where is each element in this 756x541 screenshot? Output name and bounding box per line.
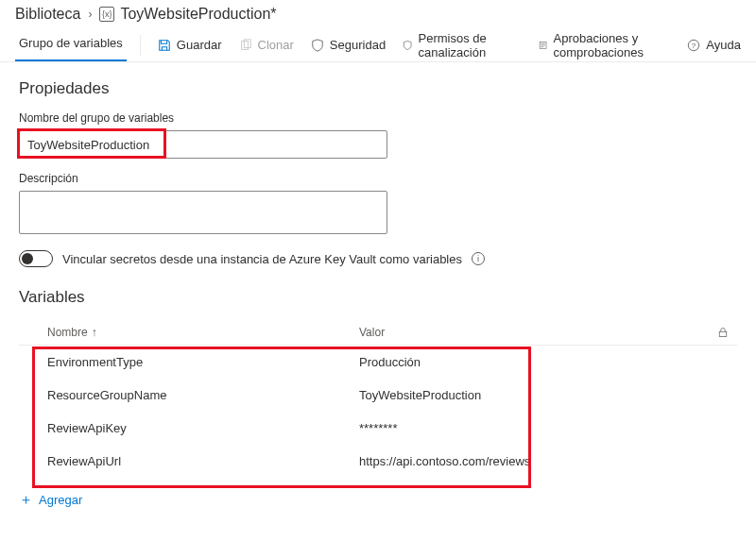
properties-heading: Propiedades [19,79,737,98]
col-header-name[interactable]: Nombre ↑ [47,326,359,339]
tabs-toolbar: Grupo de variables Guardar Clonar Seguri… [0,25,756,62]
add-variable-label: Agregar [39,493,82,507]
kv-toggle[interactable] [19,250,53,267]
approvals-button[interactable]: Aprobaciones y comprobaciones [539,31,670,59]
variables-heading: Variables [19,288,737,307]
chevron-right-icon: › [88,8,92,21]
toolbar: Guardar Clonar Seguridad Permisos de can… [154,31,741,59]
help-button[interactable]: ? Ayuda [687,31,741,59]
clone-button: Clonar [239,38,294,52]
save-label: Guardar [177,38,222,52]
help-icon: ? [687,39,700,52]
security-label: Seguridad [330,38,386,52]
shield-icon [311,39,324,52]
breadcrumb-root[interactable]: Biblioteca [15,6,80,23]
add-variable-button[interactable]: ＋ Agregar [0,478,756,522]
var-name: ReviewApiKey [47,421,359,435]
var-value: ToyWebsiteProduction [359,388,709,402]
kv-toggle-row: Vincular secretos desde una instancia de… [19,250,737,267]
var-name: ReviewApiUrl [47,454,359,468]
sort-asc-icon: ↑ [92,326,97,339]
plus-icon: ＋ [19,491,33,509]
save-icon [158,39,171,52]
breadcrumb: Biblioteca › {x} ToyWebsiteProduction* [0,0,756,25]
variables-section: Variables [0,267,756,307]
table-header: Nombre ↑ Valor [19,320,737,346]
description-label: Descripción [19,172,737,185]
col-header-name-text: Nombre [47,326,88,339]
properties-section: Propiedades Nombre del grupo de variable… [0,62,756,267]
pipeline-permissions-button[interactable]: Permisos de canalización [403,31,522,59]
kv-toggle-label: Vincular secretos desde una instancia de… [62,252,462,266]
description-input[interactable] [19,191,387,234]
col-header-value[interactable]: Valor [359,326,709,339]
var-value: https://api.contoso.com/reviews [359,454,709,468]
divider [140,35,141,56]
info-icon[interactable]: i [472,252,485,265]
save-button[interactable]: Guardar [158,38,222,52]
var-value: Producción [359,355,709,369]
svg-rect-5 [719,331,727,336]
name-label: Nombre del grupo de variables [19,111,737,125]
variable-group-icon: {x} [99,7,114,22]
shield-icon [403,39,412,52]
clone-label: Clonar [258,38,294,52]
svg-text:?: ? [692,41,696,49]
description-field-wrap: Descripción [19,172,737,237]
col-header-lock [709,326,737,339]
breadcrumb-current: {x} ToyWebsiteProduction* [99,6,276,23]
checklist-icon [539,39,547,52]
var-name: EnvironmentType [47,355,359,369]
table-row[interactable]: ReviewApiUrl https://api.contoso.com/rev… [19,445,737,478]
table-row[interactable]: ResourceGroupName ToyWebsiteProduction [19,379,737,412]
approvals-label: Aprobaciones y comprobaciones [554,31,671,59]
var-name: ResourceGroupName [47,388,359,402]
name-field-wrap: Nombre del grupo de variables [19,111,737,159]
variable-group-name-input[interactable] [19,130,387,159]
var-value: ******** [359,421,709,435]
security-button[interactable]: Seguridad [311,38,386,52]
lock-icon [717,327,729,338]
table-row[interactable]: EnvironmentType Producción [19,346,737,379]
pipeline-permissions-label: Permisos de canalización [419,31,523,59]
breadcrumb-current-text: ToyWebsiteProduction* [120,6,276,23]
clone-icon [239,39,252,52]
table-row[interactable]: ReviewApiKey ******** [19,412,737,445]
tab-variable-group[interactable]: Grupo de variables [15,28,127,61]
variables-table: Nombre ↑ Valor EnvironmentType Producció… [19,320,737,478]
help-label: Ayuda [706,38,741,52]
